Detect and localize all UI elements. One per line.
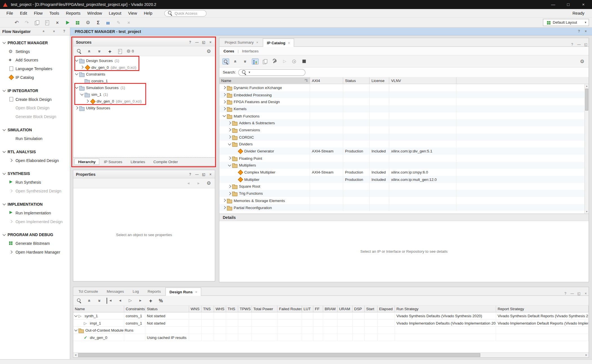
report-chart-icon[interactable]: [105, 19, 112, 25]
expand-all-icon[interactable]: »: [97, 297, 103, 304]
source-tree-item-design-sources[interactable]: Design Sources(1): [73, 57, 215, 64]
menu-reports[interactable]: Reports: [63, 10, 84, 17]
expand-all-icon[interactable]: »: [51, 28, 57, 35]
chevron-down-icon[interactable]: [3, 150, 6, 153]
float-icon[interactable]: ◱: [577, 292, 581, 295]
help-icon[interactable]: ?: [564, 292, 567, 295]
delete-icon[interactable]: ×: [54, 19, 61, 25]
column-header-start[interactable]: Start: [365, 306, 378, 312]
scroll-down-icon[interactable]: ▾: [585, 210, 589, 214]
expand-all-icon[interactable]: »: [97, 48, 103, 54]
ip-catalog-row-memories-storage-elements[interactable]: Memories & Storage Elements: [219, 197, 589, 204]
open-icon[interactable]: [3, 19, 10, 25]
paste-icon[interactable]: [44, 19, 50, 25]
chevron-right-icon[interactable]: [223, 86, 226, 89]
sources-tab-libraries[interactable]: Libraries: [127, 159, 149, 165]
copy-icon[interactable]: [34, 19, 40, 25]
column-header-name[interactable]: Name^1: [219, 77, 310, 84]
minimize-button[interactable]: —: [551, 2, 556, 7]
tab-tcl-console[interactable]: Tcl Console: [74, 287, 102, 295]
flow-item-create-block-design[interactable]: Create Block Design: [0, 95, 70, 103]
ip-catalog-row-multiplier[interactable]: MultiplierProductionIncludedxilinx.com:i…: [219, 176, 589, 183]
design-run-row-synth-1[interactable]: ▷synth_1constrs_1Not startedVivado Synth…: [73, 312, 589, 319]
ip-catalog-row-embedded-processing[interactable]: Embedded Processing: [219, 91, 589, 98]
cancel-icon[interactable]: ×: [125, 19, 132, 25]
chevron-right-icon[interactable]: [228, 128, 231, 132]
chevron-down-icon[interactable]: [3, 233, 6, 236]
menu-window[interactable]: Window: [84, 10, 106, 17]
close-tab-icon[interactable]: ×: [195, 290, 197, 294]
column-header-total-power[interactable]: Total Power: [252, 306, 277, 312]
minimize-icon[interactable]: —: [195, 172, 198, 176]
column-header-dsp[interactable]: DSP: [353, 306, 365, 312]
chevron-right-icon[interactable]: [223, 206, 226, 209]
flow-section-implementation[interactable]: IMPLEMENTATION: [0, 200, 70, 208]
tab-messages[interactable]: Messages: [103, 287, 128, 295]
column-header-wns[interactable]: WNS: [189, 306, 202, 312]
source-tree-item-simulation-sources[interactable]: Simulation Sources(1): [73, 84, 215, 91]
vertical-scrollbar[interactable]: ▴ ▾: [584, 84, 589, 214]
tab-design-runs[interactable]: Design Runs×: [165, 288, 202, 296]
ip-catalog-row-complex-multiplier[interactable]: Complex MultiplierAXI4-StreamProductionI…: [219, 169, 589, 176]
menu-file[interactable]: File: [3, 10, 17, 17]
column-header-run-strategy[interactable]: Run Strategy: [395, 306, 496, 312]
chevron-down-icon[interactable]: [80, 92, 83, 96]
flow-item-open-hardware-manager[interactable]: Open Hardware Manager: [0, 248, 70, 256]
help-icon[interactable]: ?: [188, 172, 192, 176]
ip-settings-icon[interactable]: [291, 58, 298, 64]
quick-access-search[interactable]: Quick Access: [164, 10, 206, 16]
search-icon[interactable]: [222, 58, 229, 64]
edit-order-icon[interactable]: [117, 48, 123, 54]
column-header-uram[interactable]: URAM: [337, 306, 353, 312]
float-icon[interactable]: ◱: [202, 40, 206, 44]
expand-all-icon[interactable]: »: [242, 58, 248, 65]
redo-icon[interactable]: ↷: [23, 19, 30, 25]
chevron-right-icon[interactable]: [223, 93, 226, 96]
chevron-down-icon[interactable]: [74, 328, 78, 331]
help-icon[interactable]: ?: [571, 43, 574, 46]
tab-project-summary[interactable]: Project Summary×: [220, 38, 262, 46]
panel-settings-icon[interactable]: ⚙: [206, 48, 212, 54]
column-header-whs[interactable]: WHS: [214, 306, 226, 312]
flow-item-open-implemented-design[interactable]: Open Implemented Design: [0, 217, 70, 226]
sources-tab-ip-sources[interactable]: IP Sources: [100, 159, 126, 165]
next-icon[interactable]: ▸: [195, 180, 202, 186]
column-header-bram[interactable]: BRAM: [323, 306, 337, 312]
group-by-category-icon[interactable]: [252, 58, 259, 64]
scroll-up-icon[interactable]: ▴: [585, 84, 589, 88]
horizontal-scrollbar[interactable]: ◂ ▸: [73, 352, 589, 357]
flow-section-synthesis[interactable]: SYNTHESIS: [0, 169, 70, 177]
chevron-down-icon[interactable]: [3, 202, 6, 205]
scrollbar-thumb[interactable]: [78, 353, 480, 357]
ip-catalog-row-floating-point[interactable]: Floating Point: [219, 155, 589, 162]
stop-icon[interactable]: [301, 58, 308, 64]
tab-log[interactable]: Log: [129, 287, 143, 295]
chevron-right-icon[interactable]: [228, 136, 231, 139]
flow-item-run-simulation[interactable]: Run Simulation: [0, 134, 70, 143]
customize-ip-icon[interactable]: [271, 58, 278, 64]
ip-catalog-row-trig-functions[interactable]: Trig Functions: [219, 190, 589, 197]
chevron-right-icon[interactable]: [228, 185, 231, 188]
edit-icon[interactable]: ✎: [115, 19, 122, 25]
chevron-down-icon[interactable]: [74, 314, 78, 317]
chevron-right-icon[interactable]: [9, 159, 12, 162]
chevron-right-icon[interactable]: [80, 66, 83, 69]
flow-section-ip-integrator[interactable]: IP INTEGRATOR: [0, 86, 70, 95]
design-run-row-out-of-context-module-runs[interactable]: Out-of-Context Module Runs: [73, 327, 589, 334]
chevron-down-icon[interactable]: [223, 114, 226, 117]
flow-item-open-block-design[interactable]: Open Block Design: [0, 103, 70, 112]
settings-icon[interactable]: ⚙: [85, 19, 91, 25]
float-icon[interactable]: ◱: [202, 172, 206, 176]
minimize-icon[interactable]: —: [571, 292, 574, 295]
close-button[interactable]: ×: [581, 2, 586, 7]
flow-item-settings[interactable]: ⚙Settings: [0, 47, 70, 56]
chevron-down-icon[interactable]: [3, 128, 6, 131]
close-tab-icon[interactable]: ×: [288, 41, 290, 45]
report-summary-icon[interactable]: Σ: [95, 19, 101, 25]
chevron-right-icon[interactable]: [9, 189, 12, 192]
chevron-down-icon[interactable]: [228, 142, 231, 145]
chevron-right-icon[interactable]: [223, 199, 226, 202]
column-header-failed-routes[interactable]: Failed Routes: [277, 306, 302, 312]
menu-flow[interactable]: Flow: [30, 10, 46, 17]
subtab-interfaces[interactable]: Interfaces: [242, 49, 259, 53]
